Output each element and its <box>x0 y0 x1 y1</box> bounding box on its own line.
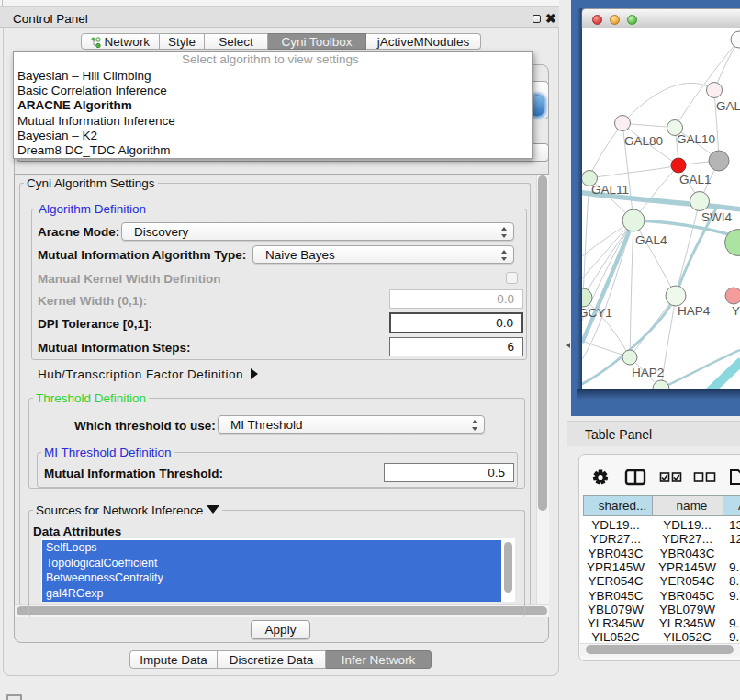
svg-text:GAL80: GAL80 <box>624 134 663 148</box>
svg-text:SWI4: SWI4 <box>701 210 732 224</box>
svg-text:GAL10: GAL10 <box>677 132 715 146</box>
svg-text:HAP4: HAP4 <box>678 304 711 318</box>
svg-text:GAL1: GAL1 <box>679 173 712 186</box>
svg-text:GAL11: GAL11 <box>591 183 629 197</box>
svg-text:HAP2: HAP2 <box>632 366 664 379</box>
svg-text:GAL4: GAL4 <box>635 233 667 247</box>
svg-text:Y: Y <box>732 304 740 318</box>
svg-text:GAL7: GAL7 <box>716 99 740 113</box>
svg-text:GCY1: GCY1 <box>582 306 612 320</box>
